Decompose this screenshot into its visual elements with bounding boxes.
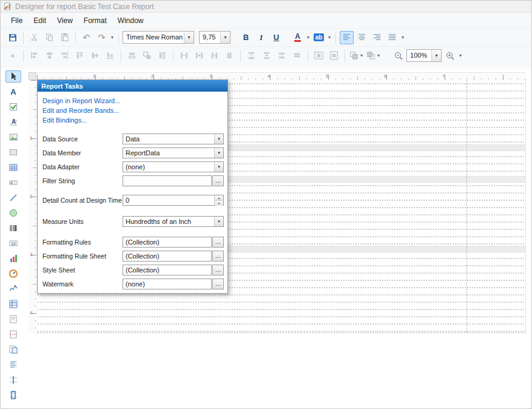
toolbar-overflow-chevron-icon[interactable]: ▾	[400, 35, 405, 40]
zoom-level-chevron-icon[interactable]: ▾	[431, 50, 441, 61]
bold-button[interactable]: B	[239, 31, 253, 44]
watermark-ellipsis-button[interactable]: …	[212, 279, 224, 289]
align-left-button[interactable]	[340, 31, 354, 44]
menu-view[interactable]: View	[52, 14, 78, 27]
font-color-button[interactable]: A	[291, 31, 305, 44]
zoom-dropdown-chevron-icon[interactable]: ▾	[458, 53, 463, 58]
toolbox-item-check-box[interactable]	[5, 101, 21, 113]
toolbox-item-cross-band-line[interactable]	[5, 374, 21, 386]
make-same-height-button[interactable]	[155, 49, 169, 63]
font-size-chevron-icon[interactable]: ▾	[220, 32, 230, 43]
formatting-rule-sheet-input[interactable]: (Collection)	[123, 251, 212, 262]
toolbox-item-picture-box[interactable]	[5, 131, 21, 143]
bring-to-front-button[interactable]: ▾	[349, 49, 365, 63]
paste-button[interactable]	[58, 31, 72, 44]
font-name-chevron-icon[interactable]: ▾	[184, 32, 194, 43]
dropdown-chevron-icon[interactable]: ▾	[214, 134, 223, 144]
toolbox-item-rich-text[interactable]: A	[5, 116, 21, 128]
increase-vertical-spacing-button[interactable]	[260, 49, 274, 63]
remove-vertical-spacing-button[interactable]	[290, 49, 304, 63]
make-same-size-button[interactable]	[140, 49, 154, 63]
undo-button[interactable]: ↶	[79, 31, 93, 44]
zoom-in-button[interactable]	[443, 49, 457, 63]
menu-window[interactable]: Window	[112, 14, 149, 27]
toolbox-item-page-info[interactable]	[5, 313, 21, 325]
toolbox-item-pointer[interactable]	[5, 70, 21, 83]
snap-to-grid-button[interactable]	[5, 49, 19, 63]
toolbox-item-pivot-grid[interactable]	[5, 298, 21, 310]
spin-down-icon[interactable]: ▾	[215, 201, 223, 206]
zoom-level-combo[interactable]: 100% ▾	[406, 49, 442, 62]
underline-button[interactable]: U	[269, 31, 283, 44]
dropdown-chevron-icon[interactable]: ▾	[214, 148, 223, 158]
toolbox-item-character-comb[interactable]: a	[5, 177, 21, 189]
link-design-in-report-wizard[interactable]: Design in Report Wizard...	[42, 97, 120, 104]
italic-button[interactable]: I	[254, 31, 268, 44]
toolbox-item-bar-code[interactable]	[5, 222, 21, 234]
toolbox-item-label[interactable]: A	[5, 86, 21, 98]
align-horizontal-centers-button[interactable]	[42, 49, 56, 63]
toolbox-item-cross-band-box[interactable]	[5, 389, 21, 401]
align-top-edges-button[interactable]	[73, 49, 87, 63]
equal-vertical-spacing-button[interactable]	[244, 49, 258, 63]
toolbox-item-page-break[interactable]	[5, 328, 21, 340]
toolbox-item-line[interactable]	[5, 192, 21, 204]
center-horizontally-button[interactable]	[312, 49, 326, 63]
decrease-horizontal-spacing-button[interactable]	[207, 49, 221, 63]
filter-string-ellipsis-button[interactable]: …	[212, 175, 224, 186]
formatting-rules-input[interactable]: (Collection)	[123, 237, 212, 248]
toolbox-item-sub-report[interactable]	[5, 343, 21, 356]
spin-up-icon[interactable]: ▴	[215, 195, 223, 201]
toolbox-item-panel[interactable]	[5, 146, 21, 158]
menu-format[interactable]: Format	[78, 14, 112, 27]
align-right-edges-button[interactable]	[58, 49, 72, 63]
increase-horizontal-spacing-button[interactable]	[192, 49, 206, 63]
data-adapter-dropdown[interactable]: (none)▾	[123, 161, 224, 172]
equal-horizontal-spacing-button[interactable]	[177, 49, 191, 63]
highlight-button[interactable]: ab	[312, 31, 326, 44]
copy-button[interactable]	[42, 31, 56, 44]
toolbox-item-shape[interactable]	[5, 207, 21, 219]
cut-button[interactable]	[27, 31, 41, 44]
formatting-rule-sheet-ellipsis-button[interactable]: …	[212, 251, 224, 262]
redo-button[interactable]: ↷	[95, 31, 109, 44]
detail-count-spinner[interactable]: 0▴▾	[123, 195, 224, 206]
align-vertical-centers-button[interactable]	[88, 49, 102, 63]
dropdown-chevron-icon[interactable]: ▾	[214, 162, 223, 172]
align-left-edges-button[interactable]	[27, 49, 41, 63]
toolbox-item-chart[interactable]	[5, 252, 21, 265]
menu-edit[interactable]: Edit	[28, 14, 52, 27]
link-edit-and-reorder-bands[interactable]: Edit and Reorder Bands...	[42, 107, 120, 114]
toolbox-item-gauge[interactable]	[5, 268, 21, 280]
formatting-rules-ellipsis-button[interactable]: …	[212, 237, 224, 248]
make-same-width-button[interactable]	[125, 49, 139, 63]
style-sheet-ellipsis-button[interactable]: …	[212, 265, 224, 275]
send-to-back-button[interactable]: ▾	[366, 49, 382, 63]
font-size-combo[interactable]: 9,75 ▾	[199, 31, 231, 44]
data-member-dropdown[interactable]: ReportData▾	[123, 147, 224, 158]
remove-horizontal-spacing-button[interactable]	[223, 49, 237, 63]
link-edit-bindings[interactable]: Edit Bindings...	[42, 117, 87, 124]
toolbox-item-sparkline[interactable]	[5, 283, 21, 295]
style-sheet-input[interactable]: (Collection)	[123, 265, 212, 275]
dropdown-chevron-icon[interactable]: ▾	[214, 217, 223, 226]
measure-units-dropdown[interactable]: Hundredths of an Inch▾	[123, 216, 224, 227]
decrease-vertical-spacing-button[interactable]	[275, 49, 289, 63]
toolbox-item-zip-code[interactable]: 10	[5, 237, 21, 249]
data-source-dropdown[interactable]: Data▾	[123, 134, 224, 144]
font-color-chevron-icon[interactable]: ▾	[306, 35, 311, 40]
align-justify-button[interactable]	[385, 31, 399, 44]
watermark-input[interactable]: (none)	[123, 279, 212, 289]
align-center-button[interactable]	[355, 31, 369, 44]
filter-string-input[interactable]	[123, 175, 212, 186]
font-name-combo[interactable]: Times New Roman ▾	[123, 31, 194, 44]
save-button[interactable]	[5, 31, 19, 44]
redo-dropdown-chevron-icon[interactable]: ▾	[110, 35, 115, 40]
align-right-button[interactable]	[370, 31, 384, 44]
highlight-chevron-icon[interactable]: ▾	[327, 35, 332, 40]
toolbox-item-table-of-contents[interactable]	[5, 359, 21, 371]
center-vertically-button[interactable]	[327, 49, 341, 63]
align-bottom-edges-button[interactable]	[103, 49, 117, 63]
zoom-out-button[interactable]	[391, 49, 405, 63]
menu-file[interactable]: File	[5, 14, 28, 27]
